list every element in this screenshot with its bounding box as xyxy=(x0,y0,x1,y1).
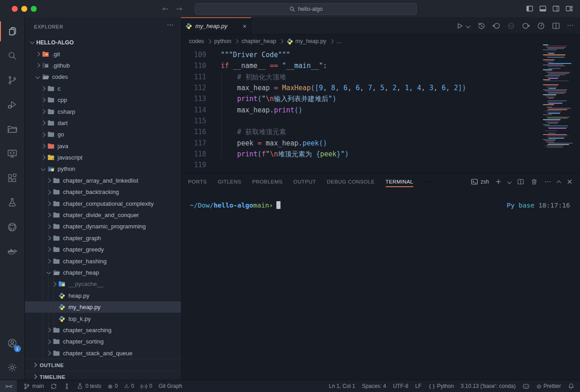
panel-tabs-overflow-icon[interactable]: ⋯ xyxy=(424,179,430,185)
tree-item--git[interactable]: .git xyxy=(25,48,181,59)
close-tab-icon[interactable]: × xyxy=(243,23,246,30)
timeline-section-header[interactable]: TIMELINE xyxy=(25,371,181,380)
tree-item-label: top_k.py xyxy=(68,315,91,322)
tree-item-label: go xyxy=(58,131,64,138)
navigate-forward-button[interactable]: → xyxy=(176,4,182,13)
status-prettier[interactable]: ⊘Prettier xyxy=(536,380,561,392)
tree-item-codes[interactable]: codes xyxy=(25,71,181,82)
tab-my-heap-py[interactable]: my_heap.py × xyxy=(181,17,251,34)
panel-tab-ports[interactable]: PORTS xyxy=(188,173,207,190)
minimap[interactable] xyxy=(543,44,576,151)
status-encoding[interactable]: UTF-8 xyxy=(393,380,408,392)
new-terminal-icon[interactable]: + xyxy=(495,178,501,185)
layout-panel-icon[interactable] xyxy=(539,5,546,12)
breadcrumb-separator-icon xyxy=(280,40,283,43)
tree-item-label: chapter_divide_and_conquer xyxy=(63,212,139,218)
editor-group: my_heap.py × ⋯ codespythonchapter_heapmy… xyxy=(181,17,580,380)
source-control-icon xyxy=(7,75,18,86)
activity-item-run-debug[interactable] xyxy=(0,92,25,117)
panel-tab-debug-console[interactable]: DEBUG CONSOLE xyxy=(327,173,375,190)
activity-item-github[interactable] xyxy=(0,215,25,239)
layout-sidebar-right-icon[interactable] xyxy=(552,5,560,12)
run-icon[interactable] xyxy=(455,22,464,30)
status-errors[interactable]: ⊗0 xyxy=(108,380,118,392)
status-tests[interactable]: 0 tests xyxy=(77,380,102,392)
status-cursor-position[interactable]: Ln 1, Col 1 xyxy=(329,380,355,392)
tree-item-dart[interactable]: dart xyxy=(25,117,181,129)
layout-sidebar-left-icon[interactable] xyxy=(526,5,533,12)
tree-item-c[interactable]: c xyxy=(25,83,181,94)
panel-tab-output[interactable]: OUTPUT xyxy=(294,173,316,190)
status-sync[interactable] xyxy=(50,380,57,392)
activity-item-remote-explorer[interactable] xyxy=(0,141,25,166)
nav-forward-circle-icon[interactable] xyxy=(522,22,530,30)
activity-item-accounts[interactable]: 1 xyxy=(0,331,25,355)
nav-circle-dim-icon[interactable] xyxy=(507,22,515,30)
activity-item-project-folder[interactable] xyxy=(0,117,25,141)
status-git-graph[interactable]: Git Graph xyxy=(159,380,182,392)
status-notifications[interactable] xyxy=(568,380,575,392)
status-ports[interactable]: 0 xyxy=(140,380,152,392)
terminal[interactable]: ~/Dow/hello-algo main ›Py base 18:17:16 xyxy=(181,190,580,380)
folder-icon xyxy=(42,51,51,57)
activity-item-testing[interactable] xyxy=(0,190,25,215)
activity-item-search[interactable] xyxy=(0,44,25,68)
close-window-button[interactable] xyxy=(12,6,18,12)
shell-selector[interactable]: zsh xyxy=(471,178,489,185)
tree-item--github[interactable]: .github xyxy=(25,60,181,71)
explorer-more-actions-button[interactable]: ⋯ xyxy=(167,21,174,29)
more-actions-icon[interactable]: ⋯ xyxy=(567,22,574,29)
panel-more-actions-icon[interactable]: ⋯ xyxy=(544,179,551,185)
outline-section-header[interactable]: OUTLINE xyxy=(25,359,181,371)
tree-item-javascript[interactable]: JSjavascript xyxy=(25,152,181,163)
split-panel-icon[interactable] xyxy=(517,178,524,185)
panel-tab-terminal[interactable]: TERMINAL xyxy=(386,173,413,190)
tree-item-go[interactable]: go xyxy=(25,129,181,140)
status-python-interpreter[interactable]: 3.10.13 ('base': conda) xyxy=(461,380,516,392)
tree-item-hello-algo[interactable]: HELLO-ALGO xyxy=(25,37,181,48)
activity-item-settings[interactable] xyxy=(0,355,25,380)
history-icon[interactable] xyxy=(477,22,485,30)
minimize-window-button[interactable] xyxy=(21,6,27,12)
code-editor[interactable]: 109"""Driver Code"""110if __name__ == "_… xyxy=(181,48,580,174)
code-line: 114 max_heap.print() xyxy=(181,105,580,116)
split-editor-icon[interactable] xyxy=(552,22,560,30)
line-number: 114 xyxy=(181,105,206,116)
zoom-window-button[interactable] xyxy=(31,6,37,12)
trash-icon[interactable] xyxy=(531,178,538,185)
tree-item-cpp[interactable]: cpp xyxy=(25,94,181,106)
status-gitlens[interactable] xyxy=(63,380,70,392)
breadcrumb-item[interactable]: chapter_heap xyxy=(242,38,276,44)
maximize-panel-icon[interactable] xyxy=(557,179,561,185)
close-panel-icon[interactable]: × xyxy=(567,178,573,185)
activity-item-extensions[interactable] xyxy=(0,166,25,190)
navigate-back-button[interactable]: ← xyxy=(162,4,169,13)
nav-back-circle-icon[interactable] xyxy=(492,22,500,30)
command-center-search[interactable]: hello-algo xyxy=(195,3,417,15)
status-indentation[interactable]: Spaces: 4 xyxy=(362,380,386,392)
status-remote-indicator[interactable]: >< xyxy=(0,380,17,392)
activity-item-source-control[interactable] xyxy=(0,68,25,92)
status-warnings[interactable]: ⚠0 xyxy=(124,380,134,392)
breadcrumb-item[interactable]: my_heap.py xyxy=(286,38,326,45)
breadcrumb-item[interactable]: python xyxy=(214,38,232,44)
layout-customize-icon[interactable] xyxy=(566,5,573,12)
status-language-mode[interactable]: { }Python xyxy=(428,380,454,392)
breadcrumb-item[interactable]: ... xyxy=(336,38,341,44)
activity-item-docker[interactable] xyxy=(0,239,25,264)
sidebar-title: EXPLORER xyxy=(34,24,63,29)
status-branch[interactable]: main xyxy=(23,380,44,392)
tree-item-java[interactable]: java xyxy=(25,140,181,152)
breadcrumb-item[interactable]: codes xyxy=(189,38,204,44)
status-copilot[interactable] xyxy=(522,380,530,392)
panel-tab-gitlens[interactable]: GITLENS xyxy=(218,173,241,190)
python-file-icon xyxy=(58,292,67,299)
tree-item-csharp[interactable]: csharp xyxy=(25,106,181,117)
panel-tab-problems[interactable]: PROBLEMS xyxy=(252,173,282,190)
activity-item-explorer[interactable] xyxy=(0,19,25,44)
gauge-icon[interactable] xyxy=(537,22,545,30)
terminal-dropdown-icon[interactable] xyxy=(508,179,511,185)
status-eol[interactable]: LF xyxy=(415,380,421,392)
tree-chevron xyxy=(34,64,41,67)
tree-item-python[interactable]: python xyxy=(25,163,181,174)
